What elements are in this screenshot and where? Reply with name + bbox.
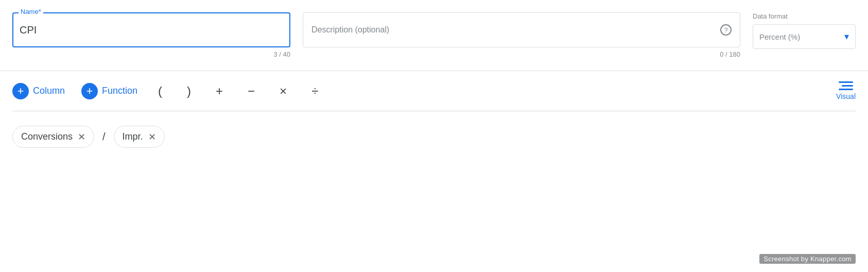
hamburger-line-1	[839, 81, 853, 83]
page-wrapper: Name* 3 / 40 Description (optional) ? 0 …	[0, 0, 868, 158]
description-char-count: 0 / 180	[303, 50, 740, 58]
watermark: Screenshot by Knapper.com	[759, 254, 856, 264]
data-format-value: Percent (%)	[759, 32, 800, 41]
column-label: Column	[33, 86, 65, 96]
add-function-button[interactable]: + Function	[81, 83, 137, 99]
name-char-count: 3 / 40	[12, 50, 290, 58]
data-format-label: Data format	[753, 12, 856, 20]
description-field-wrapper: Description (optional) ? 0 / 180	[303, 12, 740, 58]
name-field-wrapper: Name* 3 / 40	[12, 12, 290, 58]
toolbar-row: + Column + Function ( ) + − × ÷ Visual	[12, 71, 856, 111]
name-input[interactable]	[20, 24, 283, 36]
data-format-wrapper: Data format Percent (%) ▾	[753, 12, 856, 49]
hamburger-line-3	[839, 89, 853, 90]
name-label: Name*	[19, 8, 43, 15]
operator-divide[interactable]: ÷	[307, 83, 322, 99]
visual-label: Visual	[836, 92, 856, 100]
hamburger-icon	[839, 81, 853, 90]
chip-impr-close-icon[interactable]: ✕	[148, 132, 156, 142]
help-icon[interactable]: ?	[720, 24, 732, 36]
formula-chip-impr[interactable]: Impr. ✕	[114, 126, 165, 148]
dropdown-arrow-icon: ▾	[844, 31, 849, 42]
data-format-select[interactable]: Percent (%) ▾	[753, 24, 856, 49]
formula-row: Conversions ✕ / Impr. ✕	[12, 111, 856, 158]
chip-conversions-label: Conversions	[21, 131, 73, 142]
formula-chip-conversions[interactable]: Conversions ✕	[12, 126, 94, 148]
chip-conversions-close-icon[interactable]: ✕	[78, 132, 85, 142]
operator-minus[interactable]: −	[244, 83, 259, 99]
operator-close-paren[interactable]: )	[183, 83, 195, 99]
description-container[interactable]: Description (optional) ?	[303, 12, 740, 47]
top-row: Name* 3 / 40 Description (optional) ? 0 …	[12, 12, 856, 71]
function-label: Function	[102, 86, 137, 96]
description-placeholder: Description (optional)	[311, 25, 389, 35]
hamburger-line-2	[842, 85, 853, 87]
name-field-container: Name*	[12, 12, 290, 47]
chip-impr-label: Impr.	[123, 131, 143, 142]
column-plus-icon: +	[12, 83, 29, 99]
function-plus-icon: +	[81, 83, 98, 99]
formula-divide-operator: /	[100, 131, 108, 143]
visual-button[interactable]: Visual	[836, 81, 856, 100]
operator-multiply[interactable]: ×	[275, 83, 291, 99]
operator-plus[interactable]: +	[212, 83, 227, 99]
operator-open-paren[interactable]: (	[154, 83, 166, 99]
add-column-button[interactable]: + Column	[12, 83, 65, 99]
